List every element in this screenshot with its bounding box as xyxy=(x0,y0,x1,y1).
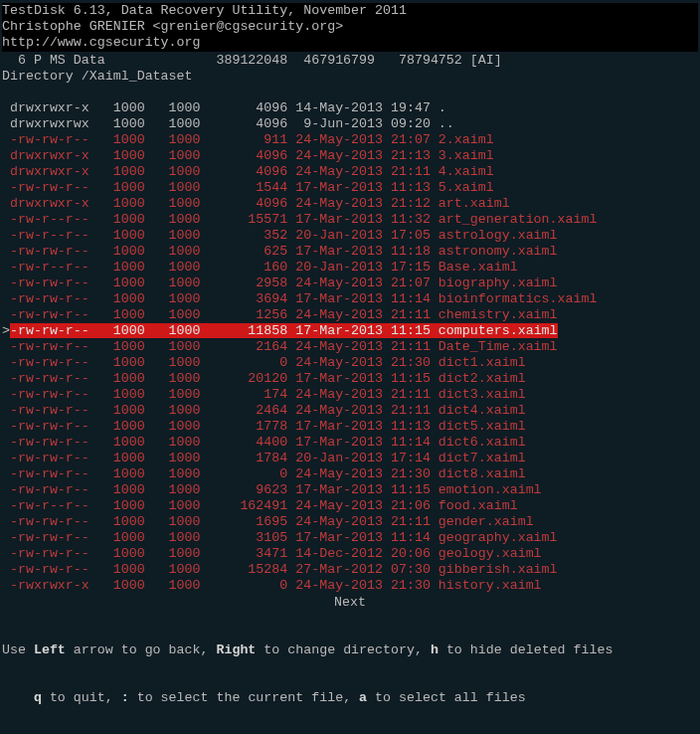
file-row[interactable]: -rw-rw-r-- 1000 1000 2464 24-May-2013 21… xyxy=(2,403,698,419)
file-row[interactable]: >-rw-rw-r-- 1000 1000 11858 17-Mar-2013 … xyxy=(2,323,698,339)
file-row[interactable]: drwxrwxr-x 1000 1000 4096 24-May-2013 21… xyxy=(2,148,698,164)
file-row[interactable]: -rw-rw-r-- 1000 1000 2164 24-May-2013 21… xyxy=(2,339,698,355)
footer-line1: Use Left arrow to go back, Right to chan… xyxy=(2,642,698,658)
file-row[interactable]: drwxrwxr-x 1000 1000 4096 24-May-2013 21… xyxy=(2,164,698,180)
file-row[interactable]: -rw-r--r-- 1000 1000 160 20-Jan-2013 17:… xyxy=(2,260,698,275)
file-row[interactable]: -rw-rw-r-- 1000 1000 3694 17-Mar-2013 11… xyxy=(2,291,698,307)
file-row[interactable]: -rwxrwxr-x 1000 1000 0 24-May-2013 21:30… xyxy=(2,578,698,594)
file-row[interactable]: -rw-rw-r-- 1000 1000 4400 17-Mar-2013 11… xyxy=(2,435,698,451)
partition-info: 6 P MS Data 389122048 467916799 78794752… xyxy=(2,53,698,69)
file-row[interactable]: -rw-r--r-- 1000 1000 352 20-Jan-2013 17:… xyxy=(2,228,698,244)
file-row[interactable]: -rw-rw-r-- 1000 1000 3471 14-Dec-2012 20… xyxy=(2,546,698,562)
file-row[interactable]: -rw-rw-r-- 1000 1000 0 24-May-2013 21:30… xyxy=(2,466,698,482)
file-row[interactable]: -rw-rw-r-- 1000 1000 9623 17-Mar-2013 11… xyxy=(2,482,698,498)
header-block: TestDisk 6.13, Data Recovery Utility, No… xyxy=(2,3,698,52)
terminal-window: TestDisk 6.13, Data Recovery Utility, No… xyxy=(0,0,700,734)
file-listing[interactable]: drwxrwxr-x 1000 1000 4096 14-May-2013 19… xyxy=(2,100,698,594)
file-row[interactable]: -rw-r--r-- 1000 1000 162491 24-May-2013 … xyxy=(2,498,698,514)
file-row[interactable]: -rw-rw-r-- 1000 1000 0 24-May-2013 21:30… xyxy=(2,355,698,371)
app-title: TestDisk 6.13, Data Recovery Utility, No… xyxy=(2,3,698,19)
file-row[interactable]: -rw-rw-r-- 1000 1000 15284 27-Mar-2012 0… xyxy=(2,562,698,578)
file-row[interactable]: -rw-rw-r-- 1000 1000 1695 24-May-2013 21… xyxy=(2,514,698,530)
main-area: 6 P MS Data 389122048 467916799 78794752… xyxy=(2,52,698,734)
file-row[interactable]: -rw-rw-r-- 1000 1000 3105 17-Mar-2013 11… xyxy=(2,530,698,546)
file-row[interactable]: drwxrwxr-x 1000 1000 4096 24-May-2013 21… xyxy=(2,196,698,212)
file-row[interactable]: -rw-rw-r-- 1000 1000 1544 17-Mar-2013 11… xyxy=(2,180,698,196)
directory-path: Directory /Xaiml_Dataset xyxy=(2,69,698,85)
file-row[interactable]: -rw-rw-r-- 1000 1000 1256 24-May-2013 21… xyxy=(2,307,698,323)
footer-help: Use Left arrow to go back, Right to chan… xyxy=(2,611,698,734)
footer-line2: q to quit, : to select the current file,… xyxy=(2,690,698,706)
file-row[interactable]: -rw-rw-r-- 1000 1000 911 24-May-2013 21:… xyxy=(2,132,698,148)
file-row[interactable]: drwxrwxrwx 1000 1000 4096 9-Jun-2013 09:… xyxy=(2,116,698,132)
file-row[interactable]: -rw-rw-r-- 1000 1000 20120 17-Mar-2013 1… xyxy=(2,371,698,387)
url-line: http://www.cgsecurity.org xyxy=(2,35,698,51)
file-row[interactable]: -rw-r--r-- 1000 1000 15571 17-Mar-2013 1… xyxy=(2,212,698,228)
file-row[interactable]: -rw-rw-r-- 1000 1000 174 24-May-2013 21:… xyxy=(2,387,698,403)
file-row[interactable]: -rw-rw-r-- 1000 1000 2958 24-May-2013 21… xyxy=(2,275,698,291)
file-row[interactable]: -rw-rw-r-- 1000 1000 1784 20-Jan-2013 17… xyxy=(2,451,698,466)
file-row[interactable]: drwxrwxr-x 1000 1000 4096 14-May-2013 19… xyxy=(2,100,698,116)
author-line: Christophe GRENIER <grenier@cgsecurity.o… xyxy=(2,19,698,35)
file-row[interactable]: -rw-rw-r-- 1000 1000 1778 17-Mar-2013 11… xyxy=(2,419,698,435)
next-indicator: Next xyxy=(2,595,698,611)
file-row[interactable]: -rw-rw-r-- 1000 1000 625 17-Mar-2013 11:… xyxy=(2,244,698,260)
